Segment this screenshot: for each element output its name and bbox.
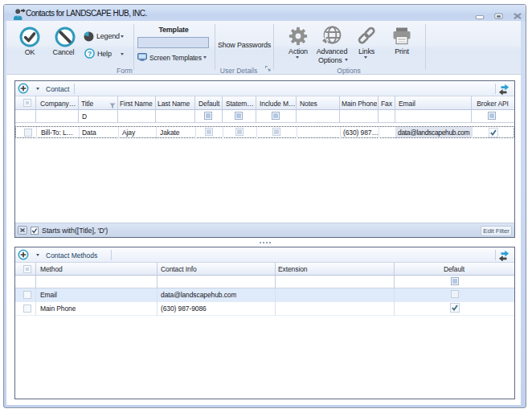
svg-text:?: ? bbox=[88, 50, 92, 58]
